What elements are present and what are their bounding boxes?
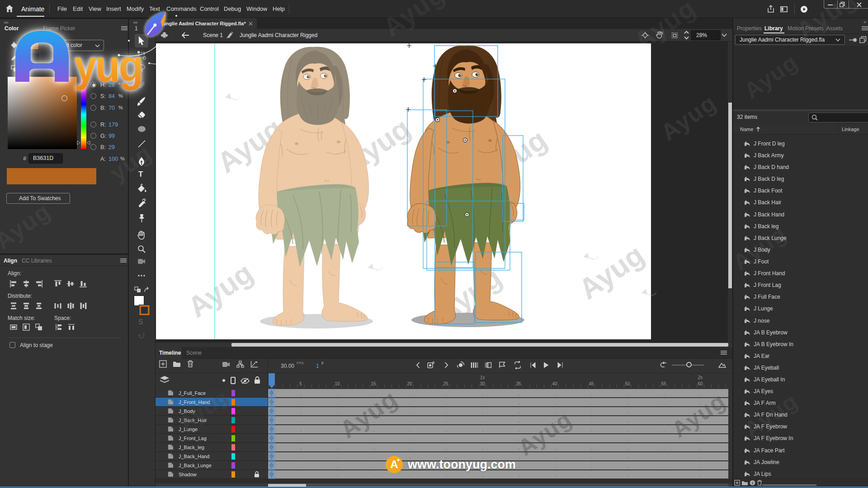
svg-text:A: A: [433, 361, 434, 364]
svg-text:A: A: [390, 458, 398, 470]
svg-text:yug: yug: [74, 41, 142, 91]
